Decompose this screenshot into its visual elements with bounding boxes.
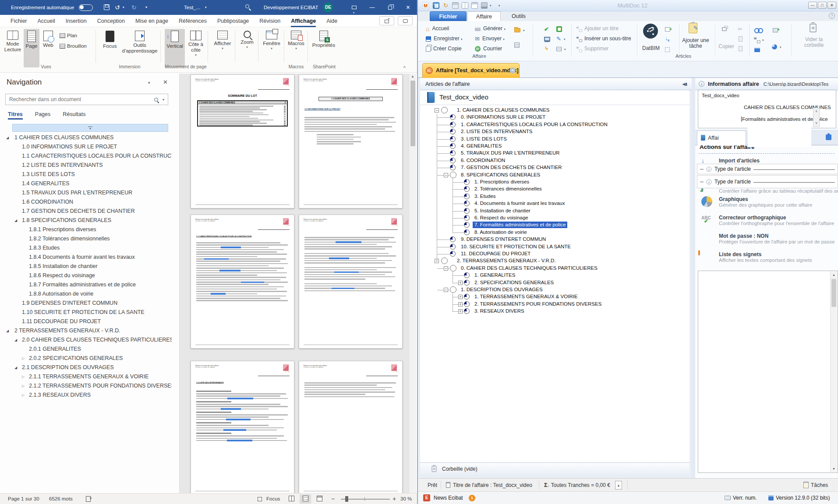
tree-item[interactable]: 2. LISTE DES INTERVENANTS [420, 128, 689, 135]
collapse-icon[interactable]: ◢ [6, 326, 9, 335]
word-count[interactable]: 6526 mots [49, 493, 73, 504]
nav-item[interactable]: 1.8.2 Tolérances dimensionnelles [0, 234, 172, 243]
expand-box-icon[interactable]: + [458, 281, 463, 285]
window-view-button[interactable] [754, 45, 763, 54]
tree-item[interactable]: 1. Prescriptions diverses [420, 179, 689, 186]
tree-item[interactable]: 4. Documents à fournir avant les travaux [420, 200, 689, 207]
tree-structure-button[interactable]: ▾ [754, 35, 764, 44]
tree-item[interactable]: +3. RESEAUX DIVERS [420, 308, 689, 315]
zoom-in-button[interactable]: + [392, 493, 396, 504]
nav-tab-pages[interactable]: Pages [35, 111, 50, 120]
collapse-ribbon-icon[interactable]: ^ [403, 65, 406, 70]
word-scrollbar[interactable]: ▲ [409, 74, 416, 493]
close-button[interactable]: ✕ [399, 0, 417, 15]
view-read-button[interactable] [286, 494, 297, 504]
avatar[interactable]: DE [323, 3, 333, 12]
view-web-button[interactable] [314, 494, 325, 504]
nav-tab-titres[interactable]: Titres [8, 111, 23, 120]
tree-item[interactable]: 8. Autorisation de voirie [420, 229, 689, 236]
md-tab-fichier[interactable]: Fichier [430, 11, 467, 21]
tree-item[interactable]: +2. TERRASSEMENTS POUR FONDATIONS DIVERS… [420, 301, 689, 308]
archive-button[interactable] [514, 40, 522, 49]
expand-icon[interactable]: ▷ [22, 372, 25, 381]
account-name[interactable]: Developpement ECIBAT [264, 0, 318, 15]
nav-item[interactable]: 2.0.1 GENERALITES [0, 345, 172, 354]
add-row-button[interactable] [665, 25, 673, 33]
quick-actions-button[interactable]: ϟ [545, 44, 551, 53]
collapse-box-icon[interactable]: − [444, 288, 448, 292]
tree-root-row[interactable]: Test_docx_video [420, 90, 689, 105]
nav-item[interactable]: 1.10 SECURITE ET PROTECTION DE LA SANTE [0, 308, 172, 317]
affaire-info-box[interactable]: Test_docx_video CAHIER DES CLAUSES COMMU… [698, 90, 836, 128]
nav-item[interactable]: 1.5 TRAVAUX DUS PAR L'ENTREPRENEUR [0, 188, 172, 197]
md-minimize-button[interactable]: — [808, 2, 817, 9]
md-maximize-button[interactable]: □ [818, 2, 827, 9]
tree-item[interactable]: −2. TERRASSEMENTS GENERAUX - V.R.D. [420, 257, 689, 264]
search-input[interactable] [6, 96, 154, 102]
page-thumbnail[interactable]: Entrez ici le nom de votre affaireDISTRI… [191, 215, 294, 349]
new-window-button[interactable] [773, 25, 781, 34]
nav-item[interactable]: ▷2.1.1 TERRASSEMENTS GENERAUX & VOIRIE [0, 372, 172, 381]
info-box-scrollbar[interactable]: ∧∨ [813, 108, 820, 127]
nav-item[interactable]: 1.3 LISTE DES LOTS [0, 170, 172, 179]
md-close-button[interactable]: ✕ [827, 2, 836, 9]
comments-button[interactable] [398, 16, 413, 25]
nav-item[interactable]: 1.11 DECOUPAGE DU PROJET [0, 317, 172, 326]
undo-icon[interactable]: ↺ [115, 0, 120, 15]
print-layout-button[interactable]: Page [24, 29, 39, 67]
nav-item[interactable]: ▷2.1.2 TERRASSEMENTS POUR FONDATIONS DIV… [0, 381, 172, 391]
document-canvas[interactable]: Entrez ici le nom de votre affaireDISTRI… [180, 74, 409, 493]
autosave-toggle[interactable] [79, 4, 93, 11]
preview-button[interactable] [544, 34, 553, 43]
zoom-level[interactable]: 30 % [400, 493, 412, 504]
page-thumbnail[interactable]: Entrez ici le nom de votre affaireDISTRI… [299, 215, 403, 349]
menu-tab-insertion[interactable]: Insertion [66, 15, 87, 27]
document-title[interactable]: Test_... [184, 0, 200, 15]
zoom-slider-thumb[interactable] [345, 496, 348, 502]
tree-item[interactable]: 5. TRAVAUX DUS PAR L'ENTREPRENEUR [420, 150, 689, 157]
side-to-side-button[interactable]: Côte à côte▾ [186, 29, 206, 67]
search-caret-icon[interactable]: ▾ [163, 98, 164, 102]
selection-button[interactable] [665, 45, 672, 54]
nav-current-position[interactable]: ▲ [12, 124, 168, 132]
scroll-down-icon[interactable]: ∨ [813, 120, 819, 126]
edit-button[interactable]: ✎▾ [556, 34, 565, 43]
print-icon[interactable] [481, 2, 488, 9]
library-icon[interactable] [452, 2, 459, 9]
learning-tools-button[interactable]: Outils d'apprentissage [121, 29, 159, 67]
nav-item[interactable]: ◢2.0 CAHIER DES CLAUSES TECHNIQUES PARTI… [0, 335, 172, 345]
sort-number-button[interactable]: ↓9 [665, 34, 672, 43]
nav-item[interactable]: 1.4 GENERALITES [0, 179, 172, 188]
enregistrer-button[interactable]: Enregistrer ▾ [426, 34, 463, 43]
tree-item[interactable]: +1. TERRASSEMENTS GENERAUX & VOIRIE [420, 293, 689, 300]
tree-item[interactable]: 6. Respect du voisinage [420, 215, 689, 222]
page-thumbnail[interactable]: Entrez ici le nom de votre affaireDISTRI… [191, 361, 294, 493]
tree-item[interactable]: +2. SPECIFICATIONS GENERALES [420, 279, 689, 286]
undo-caret-icon[interactable]: ▾ [123, 0, 124, 15]
collapse-icon[interactable]: ◢ [14, 363, 17, 372]
detail-scrollbar[interactable]: ▲ ▼ [830, 271, 837, 472]
ajouter-tache-button[interactable] [689, 23, 700, 32]
nav-item[interactable]: 1.8.1 Prescriptions diverses [0, 225, 172, 234]
unpin-panel-icon[interactable]: ◀▮ [682, 78, 687, 90]
menu-tab-r-vision[interactable]: Révision [259, 15, 280, 27]
nav-item[interactable]: 1.8.3 Etudes [0, 243, 172, 253]
search-icon[interactable] [154, 98, 158, 102]
nav-item[interactable]: 1.8.4 Documents à fournir avant les trav… [0, 253, 172, 262]
collapse-icon[interactable]: ◢ [6, 133, 9, 142]
nav-item[interactable]: 1.8.7 Formalités administratives et de p… [0, 280, 172, 289]
tree-item[interactable]: 11. DECOUPAGE DU PROJET [420, 250, 689, 257]
page-thumbnail[interactable]: Entrez ici le nom de votre affaireDISTRI… [299, 361, 403, 493]
tree-item[interactable]: 1. CARACTERISTIQUES LOCALES POUR LA CONS… [420, 121, 689, 128]
tree-item[interactable]: −0. CAHIER DES CLAUSES TECHNIQUES PARTIC… [420, 265, 689, 272]
open-folder-button[interactable]: ▾ [514, 25, 525, 34]
scrollbar-thumb[interactable] [831, 279, 836, 307]
outline-button[interactable]: Plan [60, 32, 77, 39]
scroll-up-icon[interactable]: ▲ [409, 74, 416, 80]
rechercher-button[interactable] [754, 25, 764, 34]
menu-tab-fichier[interactable]: Fichier [11, 15, 27, 27]
ribbon-display-options-button[interactable] [345, 0, 363, 15]
nav-item[interactable]: ▷2.0.2 SPECIFICATIONS GENERALES [0, 354, 172, 363]
tree-item[interactable]: 10. SECURITE ET PROTECTION DE LA SANTE [420, 243, 689, 250]
scroll-up-icon[interactable]: ∧ [813, 108, 819, 114]
